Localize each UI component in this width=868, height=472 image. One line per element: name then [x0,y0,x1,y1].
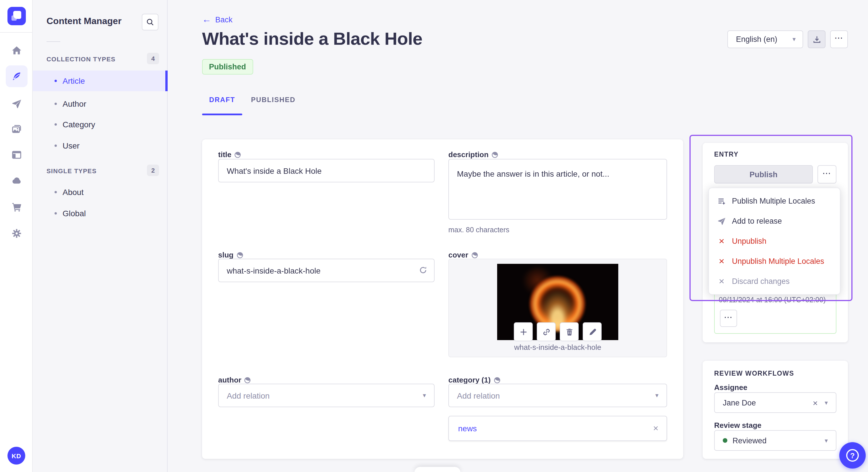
description-textarea[interactable]: Maybe the answer is in this article, or … [448,159,667,220]
category-placeholder: Add relation [457,391,500,400]
slug-input[interactable] [218,259,435,282]
marketplace-cart-icon[interactable] [6,196,28,218]
releases-paper-plane-icon[interactable] [6,93,28,115]
single-types-count: 2 [147,165,159,176]
category-relation-select[interactable]: Add relation ▾ [448,384,667,407]
scheduled-date: 09/11/2024 at 16:00 (UTC+02:00) [719,296,836,304]
cross-icon: × [717,236,726,246]
remove-relation-icon[interactable]: × [653,423,658,434]
locale-value: English (en) [736,35,777,43]
author-field-label: author [218,376,251,384]
subnav-divider [46,41,60,42]
search-button[interactable] [142,14,158,30]
chevron-down-icon: ▾ [655,392,658,399]
menu-item-label: Publish Multiple Locales [732,197,815,205]
review-workflows-heading: REVIEW WORKFLOWS [714,370,794,377]
description-field-label: description [448,150,498,159]
content-manager-subnav: Content Manager COLLECTION TYPES 4 Artic… [33,0,167,472]
search-icon [146,18,154,26]
user-avatar[interactable]: KD [7,447,25,465]
back-link[interactable]: ← Back [202,15,232,24]
clear-assignee-icon[interactable]: × [813,398,818,407]
strapi-logo[interactable] [7,7,26,25]
cross-icon: × [717,256,726,266]
sidebar-item-category[interactable]: Category [33,114,167,135]
cover-field-label: cover [448,250,478,259]
menu-item-unpublish-multiple-locales[interactable]: × Unpublish Multiple Locales [709,251,840,271]
icon-rail: KD [0,0,33,472]
strapi-logo-square [13,11,21,19]
subnav-title: Content Manager [46,16,121,26]
sidebar-item-global[interactable]: Global [33,203,167,224]
bullet-icon [55,103,57,105]
title-input[interactable] [218,159,435,182]
author-relation-select[interactable]: Add relation ▾ [218,384,435,407]
cloud-icon[interactable] [6,170,28,192]
publish-button[interactable]: Publish [714,165,813,183]
pencil-icon [588,327,597,336]
chevron-down-icon: ▾ [825,400,828,406]
menu-item-label: Unpublish Multiple Locales [732,257,824,266]
content-manager-feather-icon[interactable] [6,65,28,87]
field-label-text: title [218,150,231,159]
sidebar-item-label: Author [63,99,86,108]
chevron-down-icon: ▾ [793,36,796,42]
tab-published[interactable]: PUBLISHED [250,96,296,114]
back-arrow-icon: ← [202,15,211,24]
sidebar-item-user[interactable]: User [33,135,167,156]
settings-gear-icon[interactable] [6,223,28,244]
active-tab-underline [202,113,242,115]
entry-more-button[interactable]: ⋯ [817,165,836,183]
entry-actions-menu: Publish Multiple Locales Add to release … [708,188,840,295]
home-icon[interactable] [6,40,28,61]
menu-item-label: Unpublish [732,237,766,245]
help-button[interactable]: ? [839,442,866,469]
rail-divider [0,32,33,33]
chevron-down-icon: ▾ [423,392,426,399]
field-label-text: slug [218,250,234,259]
sidebar-item-author[interactable]: Author [33,94,167,114]
question-mark-icon: ? [846,449,859,462]
sidebar-item-about[interactable]: About [33,182,167,202]
relation-link[interactable]: news [458,424,477,433]
collection-types-label: COLLECTION TYPES [46,56,115,63]
menu-item-unpublish[interactable]: × Unpublish [709,231,840,251]
floating-actions-bar-peek[interactable] [414,467,460,472]
menu-item-add-to-release[interactable]: Add to release [709,211,840,231]
review-stage-label: Review stage [714,421,762,430]
globe-icon [244,376,251,383]
sidebar-item-label: About [63,188,84,197]
sidebar-item-article[interactable]: Article [33,71,167,91]
stage-status-dot [723,438,727,443]
ellipsis-icon: ⋯ [724,312,733,324]
review-stage-select[interactable]: Reviewed ▾ [714,430,836,451]
add-asset-button[interactable] [514,322,533,341]
paper-plane-icon [717,216,726,226]
trash-icon [565,327,574,336]
copy-link-button[interactable] [537,322,556,341]
globe-icon [471,251,478,258]
regenerate-slug-icon[interactable] [418,266,428,275]
field-label-text: category (1) [448,376,491,384]
media-library-icon[interactable] [6,118,28,140]
ellipsis-icon: ⋯ [834,33,844,45]
assignee-select[interactable]: Jane Doe × ▾ [714,392,836,413]
scheduled-more-button[interactable]: ⋯ [720,310,737,327]
field-label-text: author [218,376,241,384]
tab-draft[interactable]: DRAFT [202,96,242,114]
author-placeholder: Add relation [227,391,270,400]
download-button[interactable] [808,30,826,48]
chevron-down-icon: ▾ [825,437,828,444]
edit-asset-button[interactable] [583,322,601,341]
content-type-builder-icon[interactable] [6,144,28,166]
delete-asset-button[interactable] [560,322,579,341]
sidebar-item-label: User [63,141,80,150]
menu-item-discard-changes[interactable]: × Discard changes [709,271,840,291]
menu-item-publish-multiple-locales[interactable]: Publish Multiple Locales [709,191,840,211]
link-icon [541,327,551,336]
globe-icon [493,376,500,383]
status-badge: Published [202,59,253,74]
locale-selector[interactable]: English (en) ▾ [727,30,803,48]
title-field-label: title [218,150,241,159]
more-options-button[interactable]: ⋯ [830,30,848,48]
